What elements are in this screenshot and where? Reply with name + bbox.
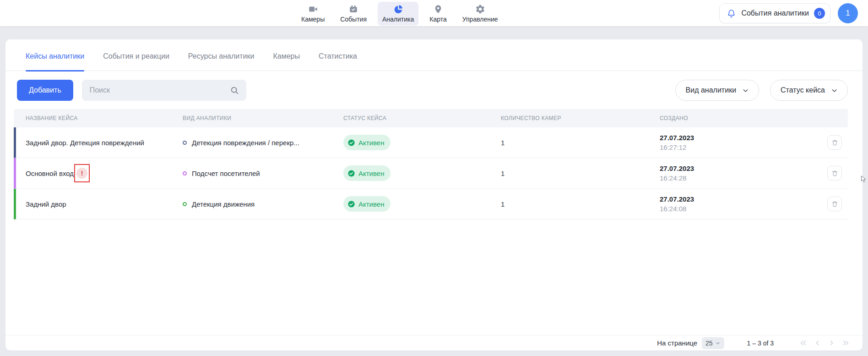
mouse-cursor [861, 175, 868, 183]
filter-label: Вид аналитики [686, 86, 737, 94]
col-header-created: СОЗДАНО [660, 115, 827, 121]
status-badge: Активен [343, 165, 391, 181]
chevron-down-icon [715, 340, 721, 346]
status-label: Активен [358, 170, 384, 177]
nav-item-events[interactable]: События [336, 2, 371, 26]
tab-statistics[interactable]: Статистика [319, 52, 357, 71]
pagination-footer: На странице 25 1 – 3 of 3 [5, 335, 863, 351]
created-time: 16:24:28 [660, 174, 827, 182]
alert-highlight-box: ! [74, 164, 90, 182]
tab-cameras[interactable]: Камеры [273, 52, 300, 71]
table-row[interactable]: Задний двор. Детекция повреждений Детекц… [14, 127, 848, 158]
analytics-type-cell: Детекция движения [183, 200, 343, 208]
camera-count-cell: 1 [501, 170, 660, 177]
nav-item-management[interactable]: Управление [458, 2, 503, 26]
created-time: 16:24:08 [660, 205, 827, 213]
actions-cell [827, 135, 848, 150]
analytics-type-icon [183, 202, 187, 206]
case-name: Задний двор [26, 200, 66, 208]
nav-item-analytics[interactable]: Аналитика [378, 2, 418, 26]
analytics-type-cell: Детекция повреждения / перекр... [183, 139, 343, 147]
trash-icon [831, 200, 839, 208]
table-row[interactable]: Задний двор Детекция движения Активен 1 … [14, 189, 848, 219]
search-icon [230, 86, 239, 95]
analytics-type-icon [183, 141, 187, 145]
delete-button[interactable] [827, 135, 842, 150]
bell-icon [727, 9, 736, 18]
trash-icon [831, 139, 839, 147]
case-name: Задний двор. Детекция повреждений [26, 139, 144, 147]
pagination-controls [799, 339, 850, 347]
case-status-cell: Активен [343, 165, 501, 181]
created-time: 16:27:12 [660, 143, 827, 151]
tab-analytics-resources[interactable]: Ресурсы аналитики [188, 52, 255, 71]
page-range: 1 – 3 of 3 [747, 340, 774, 347]
actions-cell [827, 197, 848, 211]
created-date: 27.07.2023 [660, 164, 827, 172]
analytics-type-icon [183, 171, 187, 175]
analytics-type-label: Детекция повреждения / перекр... [192, 139, 299, 147]
camera-count-cell: 1 [501, 200, 660, 208]
first-page-button[interactable] [799, 339, 807, 347]
delete-button[interactable] [827, 197, 842, 211]
nav-item-map[interactable]: Карта [425, 2, 451, 26]
avatar[interactable]: 1 [838, 3, 858, 23]
next-page-button[interactable] [828, 339, 835, 347]
created-cell: 27.07.2023 16:27:12 [660, 134, 827, 151]
chevron-down-icon [830, 87, 838, 94]
table-header: НАЗВАНИЕ КЕЙСА ВИД АНАЛИТИКИ СТАТУС КЕЙС… [14, 109, 848, 127]
check-circle-icon [347, 170, 355, 177]
created-date: 27.07.2023 [660, 134, 827, 142]
case-status-cell: Активен [343, 196, 501, 212]
analytics-type-label: Подсчет посетителей [192, 170, 260, 177]
toolbar: Добавить Вид аналитики Статус кейса [17, 80, 848, 101]
nav-item-cameras[interactable]: Камеры [297, 2, 329, 26]
chevrons-left-icon [799, 339, 807, 347]
add-button[interactable]: Добавить [17, 80, 73, 101]
per-page-value: 25 [705, 340, 713, 347]
nav-label: Управление [462, 16, 498, 23]
analytics-type-filter[interactable]: Вид аналитики [675, 80, 760, 101]
top-header: Камеры События Аналитика Карта Управлени… [0, 0, 868, 27]
nav-label: Карта [429, 16, 446, 23]
check-circle-icon [347, 200, 355, 208]
analytics-pie-icon [393, 4, 403, 14]
per-page-select[interactable]: 25 [702, 337, 724, 349]
case-name: Основной вход [26, 170, 74, 177]
analytics-type-cell: Подсчет посетителей [183, 170, 343, 177]
created-cell: 27.07.2023 16:24:08 [660, 195, 827, 213]
gear-icon [475, 4, 485, 14]
col-header-case-status: СТАТУС КЕЙСА [343, 115, 501, 121]
created-date: 27.07.2023 [660, 195, 827, 203]
camera-count-cell: 1 [501, 139, 660, 147]
map-pin-icon [433, 4, 443, 14]
filter-label: Статус кейса [781, 86, 825, 94]
chevrons-right-icon [842, 339, 850, 347]
search-input[interactable] [90, 86, 230, 94]
header-right: События аналитики 0 1 [719, 3, 858, 23]
case-status-cell: Активен [343, 135, 501, 150]
nav-label: Камеры [301, 16, 325, 23]
status-badge: Активен [343, 135, 391, 150]
last-page-button[interactable] [842, 339, 850, 347]
created-cell: 27.07.2023 16:24:28 [660, 164, 827, 182]
status-label: Активен [358, 139, 384, 147]
status-label: Активен [358, 200, 384, 208]
tab-analytics-cases[interactable]: Кейсы аналитики [26, 52, 84, 71]
check-circle-icon [347, 139, 355, 147]
analytics-panel: Кейсы аналитики События и реакции Ресурс… [5, 39, 863, 351]
table-row[interactable]: Основной вход ! Подсчет посетителей Акти… [14, 158, 848, 189]
cases-table: НАЗВАНИЕ КЕЙСА ВИД АНАЛИТИКИ СТАТУС КЕЙС… [14, 109, 848, 219]
delete-button[interactable] [827, 166, 842, 181]
prev-page-button[interactable] [814, 339, 821, 347]
chevron-left-icon [814, 339, 821, 347]
case-name-cell: Основной вход ! [16, 164, 183, 182]
analytics-type-label: Детекция движения [192, 200, 255, 208]
analytics-events-button[interactable]: События аналитики 0 [719, 3, 830, 23]
per-page-label: На странице [657, 339, 697, 347]
tab-events-reactions[interactable]: События и реакции [103, 52, 169, 71]
case-name-cell: Задний двор. Детекция повреждений [16, 139, 183, 147]
trash-icon [831, 170, 839, 177]
case-status-filter[interactable]: Статус кейса [770, 80, 848, 101]
nav-label: События [340, 16, 367, 23]
